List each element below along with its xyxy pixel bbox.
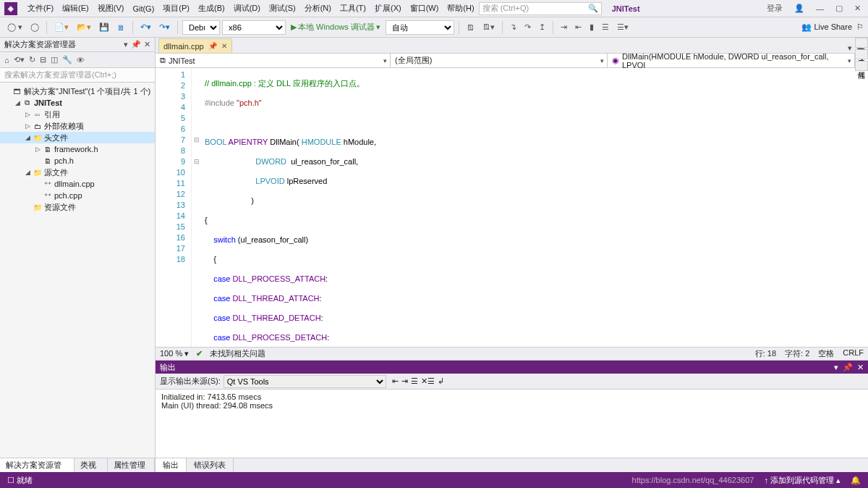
tab-class-view[interactable]: 类视图 — [75, 458, 108, 472]
nav-fwd-button[interactable]: ◯ — [27, 21, 42, 33]
menu-git[interactable]: Git(G) — [128, 2, 158, 15]
tab-pin-icon[interactable]: 📌 — [208, 42, 217, 50]
tab-property-manager[interactable]: 属性管理器 — [108, 458, 155, 472]
config-combo[interactable]: Debug — [182, 20, 220, 35]
sync-icon[interactable]: ⟲▾ — [14, 55, 25, 64]
refresh-icon[interactable]: ↻ — [29, 55, 35, 64]
outdent-icon[interactable]: ⇤ — [572, 21, 584, 33]
menu-file[interactable]: 文件(F) — [23, 1, 58, 16]
menu-tools[interactable]: 工具(T) — [336, 1, 370, 16]
menu-debug[interactable]: 调试(D) — [229, 1, 265, 16]
menu-window[interactable]: 窗口(W) — [406, 1, 443, 16]
out-wrap-icon[interactable]: ↲ — [438, 376, 444, 386]
pch-cpp-node[interactable]: ⁺⁺pch.cpp — [0, 190, 155, 201]
liveshare-button[interactable]: 👥 Live Share — [801, 22, 852, 32]
menu-project[interactable]: 项目(P) — [158, 1, 194, 16]
menu-extensions[interactable]: 扩展(X) — [370, 1, 406, 16]
resources-folder-node[interactable]: 📁资源文件 — [0, 201, 155, 213]
sidetab-toolbox[interactable]: 工具箱 — [855, 49, 868, 59]
out-tb-3[interactable]: ☰ — [411, 376, 418, 386]
tab-output[interactable]: 输出 — [156, 458, 187, 472]
panel-dropdown-icon[interactable]: ▾ — [124, 40, 128, 49]
collapse-icon[interactable]: ⊟ — [40, 55, 46, 64]
global-search-input[interactable]: 搜索 (Ctrl+Q)🔍 — [479, 2, 602, 15]
new-file-button[interactable]: 📄▾ — [51, 21, 72, 33]
tb-icon-2[interactable]: 🖻▾ — [480, 21, 498, 33]
menu-test[interactable]: 测试(S) — [265, 1, 300, 16]
sidetab-server-explorer[interactable]: 服务器资源管理器 — [855, 38, 868, 48]
panel-close-icon[interactable]: ✕ — [144, 40, 150, 49]
output-close-icon[interactable]: ✕ — [857, 363, 864, 372]
save-button[interactable]: 💾 — [96, 21, 112, 33]
menu-view[interactable]: 视图(V) — [93, 1, 129, 16]
code-editor[interactable]: 123456789101112131415161718 ⊟⊟ // dllmai… — [156, 68, 868, 347]
save-all-button[interactable]: 🗎 — [114, 22, 128, 33]
tb-icon-1[interactable]: 🖻 — [464, 22, 477, 33]
sidetab-properties[interactable]: 属性 — [855, 61, 868, 71]
redo-button[interactable]: ↷▾ — [156, 21, 173, 33]
framework-h-node[interactable]: ▷🗎framework.h — [0, 143, 155, 155]
platform-combo[interactable]: x86 — [222, 20, 286, 35]
status-ready: 就绪 — [17, 476, 33, 484]
dllmain-cpp-node[interactable]: ⁺⁺dllmain.cpp — [0, 178, 155, 190]
open-file-button[interactable]: 📂▾ — [74, 21, 94, 33]
menu-edit[interactable]: 编辑(E) — [58, 1, 93, 16]
user-icon[interactable]: 👤 — [791, 2, 807, 14]
out-tb-2[interactable]: ⇥ — [401, 376, 408, 386]
maximize-button[interactable]: ▢ — [833, 2, 846, 14]
panel-pin-icon[interactable]: 📌 — [131, 40, 141, 49]
menu-analyze[interactable]: 分析(N) — [300, 1, 336, 16]
output-dropdown-icon[interactable]: ▾ — [834, 363, 838, 372]
menu-help[interactable]: 帮助(H) — [443, 1, 478, 16]
solution-search-input[interactable]: 搜索解决方案资源管理器(Ctrl+;) — [0, 68, 155, 83]
show-all-icon[interactable]: ◫ — [51, 55, 58, 64]
tab-error-list[interactable]: 错误列表 — [187, 458, 234, 472]
login-button[interactable]: 登录 — [764, 1, 786, 15]
home-icon[interactable]: ⌂ — [4, 56, 9, 64]
step-into-icon[interactable]: ↴ — [507, 21, 519, 33]
minimize-button[interactable]: — — [813, 3, 827, 14]
sources-folder-node[interactable]: ◢📁源文件 — [0, 167, 155, 178]
vs-logo-icon: ◈ — [4, 2, 17, 15]
step-over-icon[interactable]: ↷ — [522, 21, 534, 33]
nav-member-combo[interactable]: ◉ DllMain(HMODULE hModule, DWORD ul_reas… — [608, 54, 855, 67]
output-title: 输出 ▾📌✕ — [156, 361, 868, 374]
undo-button[interactable]: ↶▾ — [137, 21, 154, 33]
tab-dllmain-cpp[interactable]: dllmain.cpp 📌 ✕ — [158, 38, 232, 53]
code-content[interactable]: // dllmain.cpp : 定义 DLL 应用程序的入口点。 #inclu… — [202, 68, 868, 347]
line-numbers: 123456789101112131415161718 — [156, 68, 192, 347]
notifications-icon[interactable]: 🔔 — [851, 476, 861, 485]
output-source-combo[interactable]: Qt VS Tools — [224, 375, 386, 388]
preview-icon[interactable]: 👁 — [77, 56, 85, 64]
out-tb-1[interactable]: ⇤ — [392, 376, 399, 386]
indent-icon[interactable]: ⇥ — [558, 21, 570, 33]
close-button[interactable]: ✕ — [851, 2, 864, 14]
pch-h-node[interactable]: 🗎pch.h — [0, 155, 155, 167]
comment-icon[interactable]: ▮ — [587, 21, 597, 33]
add-source-control-button[interactable]: ↑ 添加到源代码管理 ▴ — [764, 475, 841, 486]
tab-solution-explorer[interactable]: 解决方案资源管理器 — [0, 458, 75, 472]
out-clear-icon[interactable]: ✕☰ — [421, 376, 435, 386]
debug-mode-combo[interactable]: 自动 — [386, 20, 454, 35]
headers-folder-node[interactable]: ◢📁头文件 — [0, 132, 155, 143]
uncomment-icon[interactable]: ☰ — [599, 21, 612, 33]
external-deps-node[interactable]: ▷🗀外部依赖项 — [0, 120, 155, 132]
nav-project-combo[interactable]: ⧉ JNITest — [156, 54, 391, 67]
feedback-icon[interactable]: ⚐ — [856, 22, 864, 32]
properties-icon[interactable]: 🔧 — [62, 55, 72, 64]
tab-close-icon[interactable]: ✕ — [221, 42, 227, 50]
solution-node[interactable]: 🗔解决方案"JNITest"(1 个项目/共 1 个) — [0, 85, 155, 97]
project-node[interactable]: ◢⧉JNITest — [0, 97, 155, 109]
nav-scope-combo[interactable]: (全局范围) — [391, 54, 608, 67]
references-node[interactable]: ▷▫▫引用 — [0, 109, 155, 120]
start-debug-button[interactable]: ▶ 本地 Windows 调试器 ▾ — [288, 20, 383, 34]
issues-label: 未找到相关问题 — [210, 348, 265, 359]
output-pin-icon[interactable]: 📌 — [843, 363, 853, 372]
fold-gutter[interactable]: ⊟⊟ — [192, 68, 202, 347]
output-content[interactable]: Initialized in: 7413.65 msecs Main (UI) … — [156, 390, 868, 458]
nav-back-button[interactable]: ◯ ▾ — [4, 21, 25, 33]
step-out-icon[interactable]: ↥ — [536, 21, 548, 33]
menu-build[interactable]: 生成(B) — [194, 1, 229, 16]
bookmark-icon[interactable]: ☰▾ — [614, 21, 631, 33]
zoom-combo[interactable]: 100 % ▾ — [160, 349, 189, 358]
